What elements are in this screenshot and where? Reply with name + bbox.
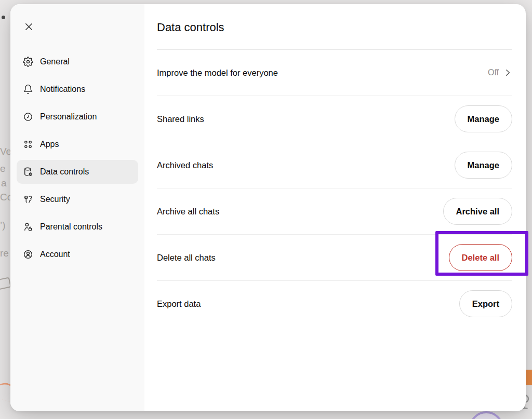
setting-label: Shared links — [157, 114, 204, 124]
sidebar-item-apps[interactable]: Apps — [17, 132, 138, 156]
bell-icon — [23, 84, 33, 94]
sidebar-item-data-controls[interactable]: Data controls — [17, 160, 138, 184]
sidebar-item-account[interactable]: Account — [17, 242, 138, 266]
background-purple-circle — [469, 411, 503, 419]
background-sketch-fragment: e — [0, 164, 6, 173]
delete-all-button[interactable]: Delete all — [449, 244, 512, 271]
export-data-button[interactable]: Export — [459, 290, 512, 317]
background-sketch-fragment: Ve — [0, 146, 11, 156]
setting-value-group: Off — [488, 68, 512, 77]
background-sketch-fragment: re — [0, 248, 9, 258]
setting-row-archive-all: Archive all chats Archive all — [157, 188, 512, 235]
sidebar-item-personalization[interactable]: Personalization — [17, 105, 138, 129]
sidebar-item-label: Notifications — [40, 85, 85, 94]
sidebar-item-general[interactable]: General — [17, 50, 138, 74]
settings-sidebar: General Notifications — [10, 4, 144, 411]
setting-row-archived-chats: Archived chats Manage — [157, 142, 512, 188]
setting-label: Archived chats — [157, 160, 213, 170]
sidebar-item-label: Account — [40, 250, 70, 259]
setting-row-delete-all: Delete all chats Delete all — [157, 235, 512, 281]
sidebar-item-label: General — [40, 57, 70, 66]
setting-label: Improve the model for everyone — [157, 68, 278, 78]
setting-label: Export data — [157, 299, 201, 309]
sidebar-item-label: Parental controls — [40, 222, 102, 232]
background-sketch-fragment: a — [1, 178, 7, 188]
sidebar-item-parental-controls[interactable]: Parental controls — [17, 215, 138, 239]
archive-all-button[interactable]: Archive all — [443, 198, 512, 225]
close-icon — [23, 21, 34, 32]
settings-dialog: General Notifications — [10, 4, 526, 411]
sidebar-item-security[interactable]: Security — [17, 187, 138, 211]
setting-row-export-data: Export data Export — [157, 281, 512, 327]
setting-row-improve-model[interactable]: Improve the model for everyone Off — [157, 50, 512, 96]
background-ink-dot — [2, 16, 5, 19]
setting-value: Off — [488, 68, 499, 77]
sidebar-item-label: Security — [40, 195, 70, 204]
close-button[interactable] — [20, 18, 37, 35]
settings-content: Data controls Improve the model for ever… — [144, 4, 526, 411]
personalization-icon — [23, 112, 33, 122]
apps-grid-icon — [23, 139, 33, 150]
database-gear-icon — [23, 167, 33, 177]
sidebar-item-label: Apps — [40, 140, 59, 149]
background-sketch-fragment: ’) — [0, 220, 6, 230]
keys-icon — [23, 194, 33, 205]
sidebar-item-notifications[interactable]: Notifications — [17, 77, 138, 101]
setting-label: Delete all chats — [157, 253, 216, 263]
background-sketch-shape — [0, 277, 11, 290]
person-circle-icon — [23, 249, 33, 260]
manage-archived-chats-button[interactable]: Manage — [455, 152, 512, 179]
manage-shared-links-button[interactable]: Manage — [455, 105, 512, 132]
sidebar-item-label: Data controls — [40, 167, 89, 177]
setting-label: Archive all chats — [157, 207, 219, 217]
gear-icon — [23, 57, 33, 67]
sidebar-item-label: Personalization — [40, 112, 97, 121]
setting-row-shared-links: Shared links Manage — [157, 96, 512, 142]
person-lock-icon — [23, 222, 33, 232]
page-title: Data controls — [157, 4, 512, 50]
settings-nav: General Notifications — [10, 50, 144, 266]
chevron-right-icon — [503, 68, 512, 77]
